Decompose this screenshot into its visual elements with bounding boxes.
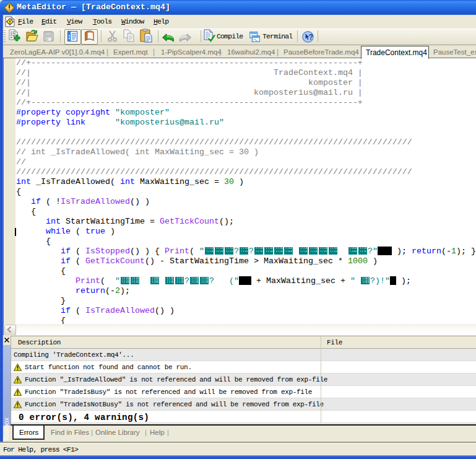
- svg-text:?: ?: [309, 33, 313, 42]
